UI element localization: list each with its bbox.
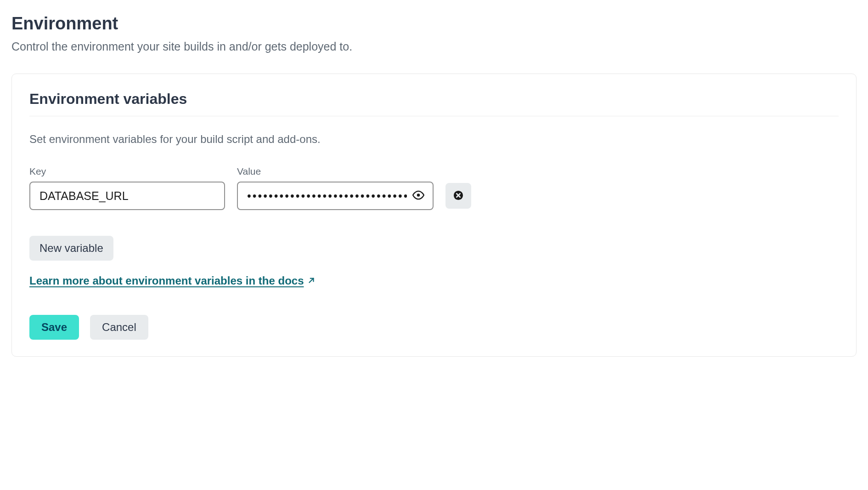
variable-row: Key Value	[29, 166, 839, 210]
value-field-group: Value	[237, 166, 434, 210]
card-title: Environment variables	[29, 91, 839, 116]
svg-point-0	[417, 194, 420, 197]
actions-row: Save Cancel	[29, 315, 839, 340]
card-description: Set environment variables for your build…	[29, 133, 839, 146]
value-input-wrap	[237, 182, 434, 210]
svg-line-2	[310, 279, 314, 283]
value-input[interactable]	[237, 182, 434, 210]
new-variable-button[interactable]: New variable	[29, 236, 113, 261]
docs-link-text: Learn more about environment variables i…	[29, 274, 304, 287]
value-label: Value	[237, 166, 434, 177]
key-field-group: Key	[29, 166, 225, 210]
eye-icon	[412, 189, 424, 203]
key-label: Key	[29, 166, 225, 177]
cancel-button[interactable]: Cancel	[90, 315, 148, 340]
external-link-icon	[307, 274, 316, 287]
page-subtitle: Control the environment your site builds…	[11, 40, 857, 53]
docs-link[interactable]: Learn more about environment variables i…	[29, 274, 316, 287]
env-variables-card: Environment variables Set environment va…	[11, 74, 857, 357]
save-button[interactable]: Save	[29, 315, 79, 340]
show-value-button[interactable]	[410, 187, 427, 205]
page-title: Environment	[11, 14, 857, 34]
close-circle-icon	[453, 190, 463, 202]
key-input[interactable]	[29, 182, 225, 210]
delete-variable-button[interactable]	[445, 183, 471, 209]
